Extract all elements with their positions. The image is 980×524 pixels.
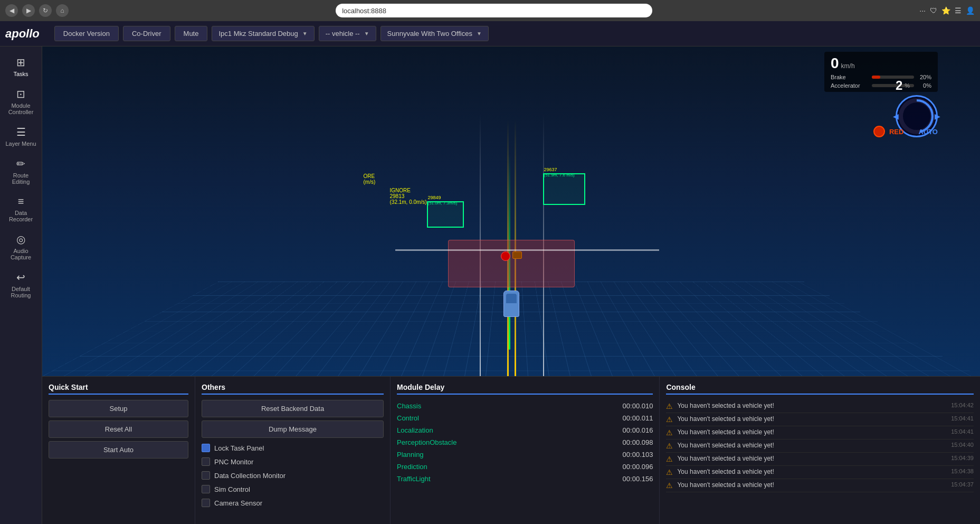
sim-control-label: Sim Control [214,485,250,493]
warning-icon-1: ⚠ [666,415,673,424]
pnc-monitor-checkbox[interactable] [202,457,210,466]
module-time-prediction: 00:00.096 [623,463,653,471]
speed-display: 0 km/h [831,55,931,72]
module-time-localization: 00:00.016 [623,426,653,434]
url-bar[interactable]: localhost:8888 [336,4,652,17]
map-select-label: Sunnyvale With Two Offices [387,30,472,38]
visualization-area[interactable]: 29637(51.9m, 7.6 m/s) 29849(51.0m, 7.3m/… [42,46,980,376]
console-time-6: 15:04:37 [951,481,974,488]
warning-icon-0: ⚠ [666,402,673,410]
layer-menu-icon: ☰ [16,126,26,138]
console-msg-3: You haven't selected a vehicle yet! [677,442,947,449]
vehicle-config-label: Ipc1 Mkz Standard Debug [218,30,298,38]
stop-indicators [501,251,522,261]
sim-control-checkbox[interactable] [202,485,210,493]
module-row-perception: PerceptionObstacle 00:00.098 [397,436,653,448]
warning-icon-2: ⚠ [666,428,673,437]
vehicle-config-dropdown[interactable]: Ipc1 Mkz Standard Debug ▼ [212,26,314,41]
obstacle-1: 29637(51.9m, 7.6 m/s) [543,173,585,205]
map-select-dropdown[interactable]: Sunnyvale With Two Offices ▼ [380,26,489,41]
boundary-line-top [395,249,659,251]
module-name-chassis: Chassis [397,402,421,410]
mute-button[interactable]: Mute [175,26,208,41]
sidebar-item-audio-capture[interactable]: ◎ AudioCapture [3,229,40,265]
sidebar-item-data-recorder[interactable]: ≡ DataRecorder [3,191,40,227]
setup-button[interactable]: Setup [49,400,188,417]
lock-task-panel-checkbox[interactable] [202,444,210,452]
default-routing-icon: ↩ [16,271,25,284]
sidebar: ⊞ Tasks ⊡ ModuleController ☰ Layer Menu … [0,46,42,524]
module-delay-title: Module Delay [397,383,653,395]
sidebar-item-default-routing[interactable]: ↩ DefaultRouting [3,267,40,303]
module-delay-list: Chassis 00:00.010 Control 00:00.011 Loca… [397,400,653,485]
module-delay-panel: Module Delay Chassis 00:00.010 Control 0… [391,377,660,524]
lock-task-panel-row: Lock Task Panel [202,441,384,455]
module-time-chassis: 00:00.010 [623,402,653,410]
module-controller-label: ModuleController [8,102,34,115]
reset-all-button[interactable]: Reset All [49,420,188,438]
chevron-down-icon: ▼ [302,31,308,36]
camera-sensor-row: Camera Sensor [202,496,384,510]
warning-icon-5: ⚠ [666,468,673,476]
vehicle-sprite [503,291,519,317]
chevron-down-icon: ▼ [477,31,482,36]
console-row-4: ⚠ You haven't selected a vehicle yet! 15… [666,453,974,466]
home-button[interactable]: ⌂ [56,4,69,17]
chevron-down-icon: ▼ [364,31,369,36]
quick-start-title: Quick Start [49,383,188,395]
back-button[interactable]: ◀ [5,4,18,17]
brake-label: Brake [831,74,868,80]
module-row-planning: Planning 00:00.103 [397,448,653,461]
console-row-6: ⚠ You haven't selected a vehicle yet! 15… [666,479,974,492]
browser-right-icons: ··· 🛡 ⭐ ☰ 👤 [919,6,975,15]
app-logo: apollo [5,27,40,41]
forward-button[interactable]: ▶ [22,4,35,17]
default-routing-label: DefaultRouting [11,286,31,298]
layer-menu-label: Layer Menu [5,141,36,147]
traffic-auto-label: AUTO [918,128,938,136]
sidebar-item-module-controller[interactable]: ⊡ ModuleController [3,83,40,119]
start-auto-button[interactable]: Start Auto [49,441,188,458]
co-driver-button[interactable]: Co-Driver [123,26,170,41]
quick-start-panel: Quick Start Setup Reset All Start Auto [42,377,195,524]
traffic-status: RED AUTO [873,126,938,137]
stop-zone [448,240,575,287]
vehicle-select-label: -- vehicle -- [326,30,360,38]
console-title: Console [666,383,974,395]
lock-task-panel-label: Lock Task Panel [214,444,264,452]
module-name-control: Control [397,414,419,422]
console-time-2: 15:04:41 [951,428,974,435]
module-name-trafficlight: TrafficLight [397,475,431,483]
data-collection-row: Data Collection Monitor [202,469,384,482]
console-time-3: 15:04:40 [951,442,974,448]
camera-sensor-label: Camera Sensor [214,499,262,507]
console-msg-1: You haven't selected a vehicle yet! [677,415,947,423]
content-area: 29637(51.9m, 7.6 m/s) 29849(51.0m, 7.3m/… [42,46,980,524]
sidebar-item-tasks[interactable]: ⊞ Tasks [3,52,40,81]
data-collection-checkbox[interactable] [202,471,210,480]
sidebar-item-layer-menu[interactable]: ☰ Layer Menu [3,121,40,151]
module-name-planning: Planning [397,451,424,458]
module-row-prediction: Prediction 00:00.096 [397,461,653,473]
refresh-button[interactable]: ↻ [39,4,52,17]
data-collection-label: Data Collection Monitor [214,472,286,480]
console-panel: Console ⚠ You haven't selected a vehicle… [660,377,980,524]
console-row-5: ⚠ You haven't selected a vehicle yet! 15… [666,466,974,479]
obstacle-2: 29849(51.0m, 7.3m/s) [427,201,464,228]
console-time-1: 15:04:41 [951,415,974,422]
traffic-light-red [873,126,885,137]
module-name-localization: Localization [397,426,433,434]
camera-sensor-checkbox[interactable] [202,499,210,507]
reset-backend-button[interactable]: Reset Backend Data [202,400,384,417]
console-row-0: ⚠ You haven't selected a vehicle yet! 15… [666,400,974,413]
docker-version-button[interactable]: Docker Version [54,26,119,41]
warning-icon-6: ⚠ [666,481,673,490]
dump-message-button[interactable]: Dump Message [202,420,384,438]
vehicle-select-dropdown[interactable]: -- vehicle -- ▼ [319,26,376,41]
sidebar-item-route-editing[interactable]: ✏ RouteEditing [3,153,40,189]
sim-control-row: Sim Control [202,482,384,496]
ignore-label-2: ORE(m/s) [364,173,376,185]
warning-icon-4: ⚠ [666,455,673,463]
ignore-label-1: IGNORE29813(32.1m, 0.0m/s) [390,188,427,205]
audio-capture-icon: ◎ [16,233,25,246]
